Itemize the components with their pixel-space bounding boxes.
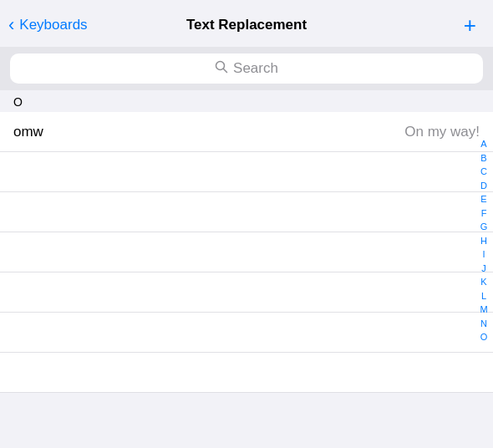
index-letter-o[interactable]: O [475, 330, 493, 344]
content-area: O omw On my way! [0, 90, 493, 393]
search-container: Search [0, 47, 493, 90]
index-letter-e[interactable]: E [475, 192, 493, 206]
index-letter-h[interactable]: H [475, 234, 493, 248]
navigation-bar: ‹ Keyboards Text Replacement + [0, 0, 493, 47]
search-icon [215, 60, 228, 77]
back-label: Keyboards [19, 17, 87, 33]
index-letter-f[interactable]: F [475, 206, 493, 221]
empty-row-6 [0, 353, 493, 393]
index-letter-d[interactable]: D [475, 179, 493, 193]
search-bar[interactable]: Search [10, 53, 483, 84]
empty-row-4 [0, 272, 493, 313]
index-letter-a[interactable]: A [475, 137, 493, 151]
index-letter-b[interactable]: B [475, 151, 493, 165]
section-header-o: O [0, 90, 493, 112]
index-letter-n[interactable]: N [475, 317, 493, 331]
index-letter-j[interactable]: J [475, 262, 493, 276]
index-letter-m[interactable]: M [475, 303, 493, 317]
index-letter-g[interactable]: G [475, 220, 493, 234]
empty-row-1 [0, 152, 493, 192]
empty-row-3 [0, 232, 493, 272]
phrase-text: On my way! [404, 124, 480, 140]
index-letter-c[interactable]: C [475, 165, 493, 179]
shortcut-text: omw [13, 124, 43, 140]
back-chevron-icon: ‹ [7, 13, 18, 38]
page-title: Text Replacement [186, 17, 307, 33]
empty-row-5 [0, 313, 493, 353]
page-wrapper: ‹ Keyboards Text Replacement + Search O [0, 0, 493, 448]
index-letter-i[interactable]: I [475, 247, 493, 262]
empty-row-2 [0, 192, 493, 232]
index-letter-l[interactable]: L [475, 289, 493, 303]
list-area: O omw On my way! [0, 90, 493, 393]
back-button[interactable]: ‹ Keyboards [7, 13, 88, 38]
add-button[interactable]: + [460, 14, 480, 36]
list-item[interactable]: omw On my way! [0, 112, 493, 152]
search-placeholder: Search [233, 60, 278, 77]
index-letter-k[interactable]: K [475, 275, 493, 289]
svg-line-1 [224, 69, 227, 73]
index-sidebar: ABCDEFGHIJKLMNO [475, 134, 493, 448]
